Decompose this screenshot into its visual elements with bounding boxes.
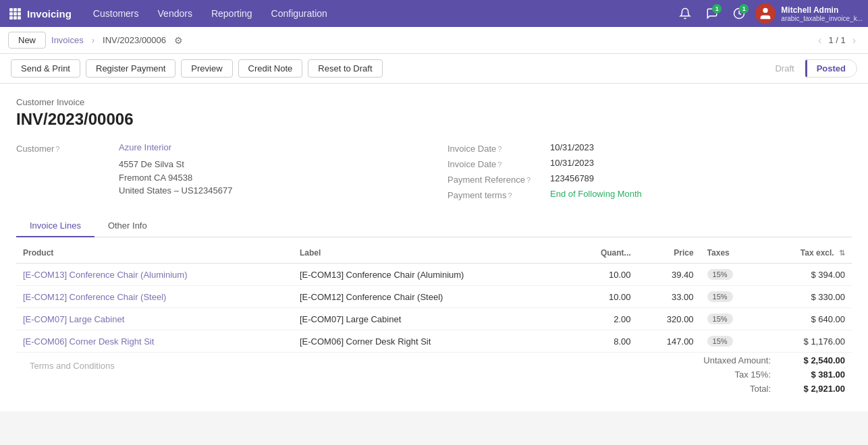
preview-button[interactable]: Preview (181, 59, 232, 78)
pager-prev[interactable]: ‹ (814, 33, 825, 48)
product-link[interactable]: [E-COM06] Corner Desk Right Sit (23, 336, 154, 347)
clock-badge: 1 (739, 4, 749, 13)
top-navigation: Invoicing Customers Vendors Reporting Co… (0, 0, 868, 27)
form-right: Invoice Date? 10/31/2023 Invoice Date? 1… (447, 142, 852, 204)
totals-table: Untaxed Amount: $ 2,540.00 Tax 15%: $ 38… (690, 355, 845, 398)
nav-right-section: 1 1 Mitchell Admin arabic_taxable_invoic… (674, 3, 863, 24)
address-line1: 4557 De Silva St (119, 158, 421, 171)
cell-product: [E-COM06] Corner Desk Right Sit (16, 330, 293, 353)
product-link[interactable]: [E-COM07] Large Cabinet (23, 314, 124, 324)
customer-address: 4557 De Silva St Fremont CA 94538 United… (119, 158, 421, 198)
sort-icon[interactable]: ⇅ (839, 249, 845, 257)
cell-quantity: 8.00 (570, 330, 638, 353)
register-payment-button[interactable]: Register Payment (86, 59, 175, 78)
status-bar: Draft Posted (764, 59, 857, 78)
untaxed-value: $ 2,540.00 (784, 355, 845, 365)
due-date-value: 10/31/2023 (550, 158, 594, 168)
tax-badge: 15% (707, 269, 733, 280)
bottom-section: Terms and Conditions Untaxed Amount: $ 2… (16, 355, 852, 398)
status-draft[interactable]: Draft (764, 60, 805, 77)
app-grid-icon[interactable] (5, 4, 24, 23)
user-name: Mitchell Admin (781, 5, 863, 15)
pager: ‹ 1 / 1 › (814, 33, 860, 48)
invoice-date-label: Invoice Date? (447, 142, 542, 154)
cell-quantity: 10.00 (570, 264, 638, 286)
cell-price: 39.40 (638, 264, 701, 286)
customer-label: Customer? (16, 142, 111, 154)
settings-icon[interactable]: ⚙ (174, 35, 183, 46)
table-row: [E-COM06] Corner Desk Right Sit [E-COM06… (16, 330, 852, 353)
breadcrumb-separator: › (92, 35, 94, 45)
due-date-label: Invoice Date? (447, 158, 542, 169)
status-posted[interactable]: Posted (805, 59, 857, 78)
table-row: [E-COM07] Large Cabinet [E-COM07] Large … (16, 308, 852, 330)
cell-product: [E-COM13] Conference Chair (Aluminium) (16, 264, 293, 286)
cell-label: [E-COM13] Conference Chair (Aluminium) (293, 264, 570, 286)
svg-rect-0 (9, 8, 13, 11)
chat-badge: 1 (712, 4, 722, 13)
col-quantity: Quant... (570, 243, 638, 264)
table-row: [E-COM13] Conference Chair (Aluminium) [… (16, 264, 852, 286)
cell-price: 320.00 (638, 308, 701, 330)
nav-customers[interactable]: Customers (85, 0, 147, 27)
cell-tax: 15% (701, 286, 761, 308)
due-date-field: Invoice Date? 10/31/2023 (447, 158, 852, 169)
col-taxes: Taxes (701, 243, 761, 264)
product-link[interactable]: [E-COM12] Conference Chair (Steel) (23, 292, 166, 302)
nav-reporting[interactable]: Reporting (203, 0, 261, 27)
credit-note-button[interactable]: Credit Note (238, 59, 303, 78)
cell-label: [E-COM12] Conference Chair (Steel) (293, 286, 570, 308)
cell-price: 147.00 (638, 330, 701, 353)
cell-tax: 15% (701, 308, 761, 330)
svg-rect-4 (13, 12, 17, 16)
cell-label: [E-COM07] Large Cabinet (293, 308, 570, 330)
cell-price: 33.00 (638, 286, 701, 308)
user-sub: arabic_taxable_invoice_k... (781, 15, 863, 22)
form-fields: Customer? Azure Interior 4557 De Silva S… (16, 142, 852, 204)
cell-tax: 15% (701, 264, 761, 286)
nav-configuration[interactable]: Configuration (263, 0, 335, 27)
cell-label: [E-COM06] Corner Desk Right Sit (293, 330, 570, 353)
new-button[interactable]: New (8, 32, 46, 49)
activity-icon[interactable] (674, 3, 696, 24)
product-link[interactable]: [E-COM13] Conference Chair (Aluminium) (23, 270, 187, 280)
tax-value: $ 381.00 (784, 369, 845, 380)
payment-terms-field: Payment terms? End of Following Month (447, 189, 852, 200)
app-name: Invoicing (27, 8, 72, 20)
untaxed-row: Untaxed Amount: $ 2,540.00 (690, 355, 845, 365)
action-bar: Send & Print Register Payment Preview Cr… (0, 54, 868, 84)
svg-rect-1 (13, 8, 17, 11)
breadcrumb-invoices[interactable]: Invoices (51, 35, 84, 45)
reset-to-draft-button[interactable]: Reset to Draft (308, 59, 382, 78)
untaxed-label: Untaxed Amount: (690, 355, 771, 365)
pager-next[interactable]: › (848, 33, 860, 48)
terms-section: Terms and Conditions (23, 355, 121, 376)
cell-quantity: 10.00 (570, 286, 638, 308)
payment-ref-value: 123456789 (550, 173, 594, 183)
payment-terms-value: End of Following Month (550, 189, 642, 199)
svg-rect-8 (18, 16, 21, 20)
cell-total: $ 330.00 (761, 286, 852, 308)
doc-number: INV/2023/00006 (16, 110, 852, 129)
send-print-button[interactable]: Send & Print (11, 59, 80, 78)
cell-total: $ 1,176.00 (761, 330, 852, 353)
user-info[interactable]: Mitchell Admin arabic_taxable_invoice_k.… (781, 5, 863, 22)
cell-tax: 15% (701, 330, 761, 353)
svg-rect-2 (18, 8, 21, 11)
table-row: [E-COM12] Conference Chair (Steel) [E-CO… (16, 286, 852, 308)
avatar[interactable] (755, 3, 776, 24)
pager-count: 1 / 1 (828, 35, 845, 45)
tab-invoice-lines[interactable]: Invoice Lines (16, 215, 94, 237)
nav-vendors[interactable]: Vendors (150, 0, 200, 27)
tax-badge: 15% (707, 291, 733, 302)
sub-navigation: New Invoices › INV/2023/00006 ⚙ ‹ 1 / 1 … (0, 27, 868, 54)
svg-rect-6 (9, 16, 13, 20)
invoice-date-field: Invoice Date? 10/31/2023 (447, 142, 852, 154)
total-row: Total: $ 2,921.00 (690, 384, 845, 394)
clock-icon[interactable]: 1 (728, 3, 750, 24)
chat-icon[interactable]: 1 (701, 3, 723, 24)
tab-other-info[interactable]: Other Info (94, 215, 161, 237)
customer-value[interactable]: Azure Interior (119, 142, 171, 152)
payment-ref-field: Payment Reference? 123456789 (447, 173, 852, 185)
tax-label: Tax 15%: (690, 369, 771, 380)
